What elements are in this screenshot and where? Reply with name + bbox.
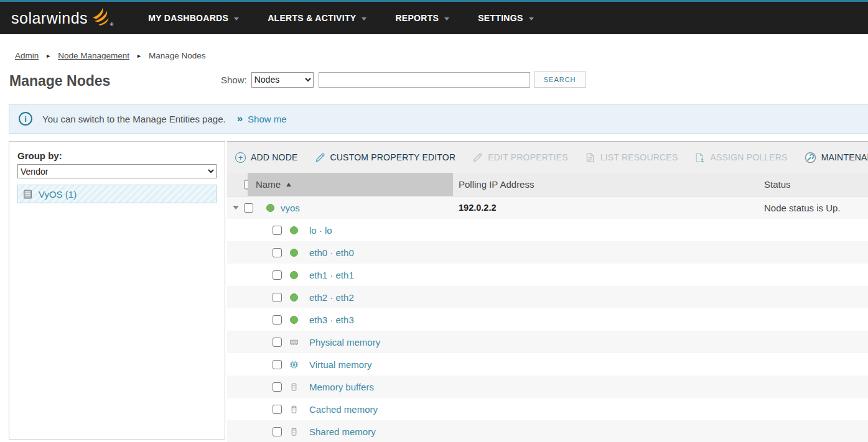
show-select[interactable]: Nodes (251, 72, 314, 88)
row-checkbox[interactable] (273, 382, 282, 392)
manage-nodes-page: solarwinds ® MY DASHBOARDSALERTS & ACTIV… (0, 0, 868, 442)
cylinder-icon (289, 382, 299, 392)
group-by-label: Group by: (17, 150, 217, 161)
sort-ascending-icon (286, 183, 291, 186)
name-cell: lo · lo (227, 225, 459, 236)
row-checkbox[interactable] (273, 405, 282, 414)
group-list: VyOS (1) (17, 185, 217, 203)
toolbar-button-label: ASSIGN POLLERS (710, 152, 787, 162)
row-checkbox[interactable] (273, 248, 282, 257)
title-row: Manage Nodes Show: Nodes SEARCH (0, 69, 868, 104)
breadcrumb-manage-nodes: Manage Nodes (149, 51, 206, 60)
show-label: Show: (221, 75, 247, 85)
row-checkbox[interactable] (273, 338, 282, 347)
logo-text: solarwinds (11, 9, 88, 27)
table-row: Virtual memory (227, 353, 868, 375)
nav-item-label: MY DASHBOARDS (148, 13, 228, 23)
interface-link[interactable]: eth1 · eth1 (309, 270, 354, 280)
row-checkbox[interactable] (273, 270, 282, 280)
pencil-icon (315, 152, 325, 163)
table-row: Physical memory (227, 331, 868, 353)
show-me-link[interactable]: Show me (248, 114, 287, 124)
name-cell: vyos (227, 203, 459, 213)
info-icon: i (19, 112, 32, 126)
interface-link[interactable]: eth0 · eth0 (309, 247, 354, 258)
toolbar-button-label: MAINTENANCE MODE (821, 152, 868, 162)
table-row: Cached memory (227, 398, 868, 420)
table-row: vyos192.0.2.2Node status is Up. (227, 196, 868, 219)
breadcrumb: Admin►Node Management►Manage Nodes (0, 34, 868, 60)
name-cell: eth3 · eth3 (227, 315, 459, 325)
name-cell: eth0 · eth0 (227, 247, 459, 258)
nav-item-my-dashboards[interactable]: MY DASHBOARDS (148, 13, 239, 23)
toolbar-button-label: CUSTOM PROPERTY EDITOR (330, 152, 456, 162)
interface-link[interactable]: Cached memory (309, 404, 378, 415)
nav-item-settings[interactable]: SETTINGS (478, 13, 533, 23)
table-row: Shared memory (227, 420, 868, 442)
banner-text: You can switch to the Manage Entities pa… (42, 114, 226, 124)
row-checkbox[interactable] (273, 226, 282, 235)
cylinder-icon (289, 405, 299, 414)
interface-link[interactable]: eth2 · eth2 (309, 292, 354, 303)
solarwinds-logo[interactable]: solarwinds ® (11, 9, 113, 27)
assign-pollers-icon (694, 152, 705, 163)
group-item-vyos-1[interactable]: VyOS (1) (17, 185, 217, 203)
list-resources-button: LIST RESOURCES (585, 152, 678, 163)
table-header: Name Polling IP Address Status (227, 173, 868, 196)
row-checkbox[interactable] (273, 360, 282, 369)
toolbar-button-label: EDIT PROPERTIES (488, 152, 568, 162)
nav-item-reports[interactable]: REPORTS (395, 13, 449, 23)
interface-link[interactable]: eth3 · eth3 (309, 315, 354, 325)
row-checkbox[interactable] (273, 293, 282, 302)
name-cell: eth2 · eth2 (227, 292, 459, 303)
status-column-header[interactable]: Status (764, 179, 868, 190)
group-by-sidebar: Group by: Vendor VyOS (1) (9, 141, 225, 440)
pencil-icon (472, 152, 483, 163)
breadcrumb-separator-icon: ► (136, 53, 142, 59)
maintenance-mode-button[interactable]: MAINTENANCE MODE (805, 152, 868, 163)
group-by-select[interactable]: Vendor (17, 164, 217, 178)
name-column-header[interactable]: Name (248, 173, 453, 196)
content-area: Group by: Vendor VyOS (1) +ADD NODECUSTO… (0, 141, 868, 442)
table-row: eth1 · eth1 (227, 264, 868, 286)
status-cell: Node status is Up. (764, 203, 868, 213)
search-input[interactable] (319, 72, 530, 88)
row-checkbox[interactable] (273, 427, 282, 436)
maintenance-icon (805, 152, 816, 163)
nav-items: MY DASHBOARDSALERTS & ACTIVITYREPORTSSET… (129, 13, 543, 23)
nodes-panel: +ADD NODECUSTOM PROPERTY EDITOREDIT PROP… (227, 141, 868, 442)
nav-item-label: REPORTS (395, 13, 439, 23)
custom-property-editor-button[interactable]: CUSTOM PROPERTY EDITOR (315, 152, 456, 163)
nav-item-alerts-activity[interactable]: ALERTS & ACTIVITY (268, 13, 366, 23)
collapse-icon[interactable] (233, 206, 239, 209)
breadcrumb-admin[interactable]: Admin (15, 51, 39, 60)
add-node-button[interactable]: +ADD NODE (235, 152, 298, 163)
name-cell: Shared memory (227, 426, 459, 437)
nav-item-label: SETTINGS (478, 13, 523, 23)
interface-link[interactable]: Memory buffers (309, 382, 374, 392)
server-icon (22, 189, 33, 200)
row-checkbox[interactable] (273, 315, 282, 325)
up-status-dot (289, 226, 299, 234)
registered-mark: ® (110, 22, 113, 27)
polling-ip-column-header[interactable]: Polling IP Address (459, 179, 764, 190)
interface-link[interactable]: Shared memory (309, 426, 376, 437)
search-button[interactable]: SEARCH (534, 71, 586, 88)
chevron-down-icon (444, 17, 449, 21)
up-status-dot (266, 204, 275, 212)
solarwinds-flame-icon (89, 6, 110, 26)
interface-link[interactable]: Virtual memory (309, 359, 372, 370)
chevron-down-icon (529, 17, 534, 21)
document-icon (585, 152, 595, 163)
table-row: eth0 · eth0 (227, 241, 868, 264)
row-checkbox[interactable] (244, 203, 253, 213)
nav-item-label: ALERTS & ACTIVITY (268, 13, 356, 23)
interface-link[interactable]: Physical memory (309, 337, 380, 348)
node-link[interactable]: vyos (281, 203, 300, 213)
breadcrumb-separator-icon: ► (45, 53, 51, 59)
interface-link[interactable]: lo · lo (309, 225, 332, 236)
double-chevron-icon: » (237, 113, 243, 125)
up-status-dot (289, 271, 299, 279)
name-cell: Physical memory (227, 337, 459, 348)
breadcrumb-node-management[interactable]: Node Management (58, 51, 129, 60)
